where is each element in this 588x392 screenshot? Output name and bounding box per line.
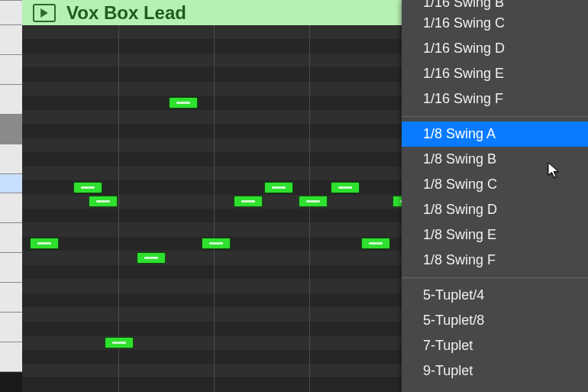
quantize-menu-item[interactable]: 7-Tuplet <box>402 333 588 358</box>
midi-note[interactable] <box>234 196 263 207</box>
midi-note[interactable] <box>331 182 360 193</box>
quantize-menu-item[interactable]: 1/8 Swing D <box>402 197 588 222</box>
quantize-menu-item[interactable]: 1/16 Swing F <box>402 86 588 112</box>
quantize-menu-item[interactable]: 1/16 Swing B <box>402 0 588 11</box>
svg-marker-0 <box>40 8 48 18</box>
quantize-menu[interactable]: 1/16 Swing B1/16 Swing C1/16 Swing D1/16… <box>402 0 588 392</box>
menu-separator <box>402 277 588 278</box>
menu-separator <box>402 116 588 117</box>
quantize-menu-item[interactable]: 1/8 Swing E <box>402 222 588 248</box>
midi-note[interactable] <box>30 238 59 249</box>
quantize-menu-item[interactable]: 1/8 Swing C <box>402 172 588 197</box>
quantize-menu-item[interactable]: 1/16 Swing C <box>402 11 588 36</box>
midi-note[interactable] <box>202 238 231 249</box>
midi-note[interactable] <box>299 196 328 207</box>
quantize-menu-item[interactable]: 1/8 Swing A <box>402 121 588 147</box>
midi-note[interactable] <box>89 196 118 207</box>
quantize-menu-item[interactable]: 5-Tuplet/4 <box>402 283 588 308</box>
quantize-menu-item[interactable]: 1/8 Swing B <box>402 147 588 172</box>
midi-note[interactable] <box>264 182 293 193</box>
midi-note[interactable] <box>105 337 134 348</box>
quantize-menu-item[interactable]: 1/16 Swing D <box>402 36 588 61</box>
midi-note[interactable] <box>169 97 198 109</box>
quantize-menu-item[interactable]: 9-Tuplet <box>402 358 588 384</box>
midi-note[interactable] <box>137 252 166 264</box>
piano-keys-gutter <box>0 0 22 392</box>
grid-beat-line <box>214 25 215 392</box>
quantize-menu-item[interactable]: 1/8 Swing F <box>402 248 588 273</box>
loop-play-icon[interactable] <box>33 4 56 22</box>
grid-beat-line <box>309 25 310 392</box>
midi-note[interactable] <box>73 182 102 193</box>
midi-note[interactable] <box>361 238 390 249</box>
quantize-menu-item[interactable]: 1/16 Swing E <box>402 61 588 86</box>
track-title: Vox Box Lead <box>66 2 186 24</box>
quantize-menu-item[interactable]: 5-Tuplet/8 <box>402 308 588 333</box>
